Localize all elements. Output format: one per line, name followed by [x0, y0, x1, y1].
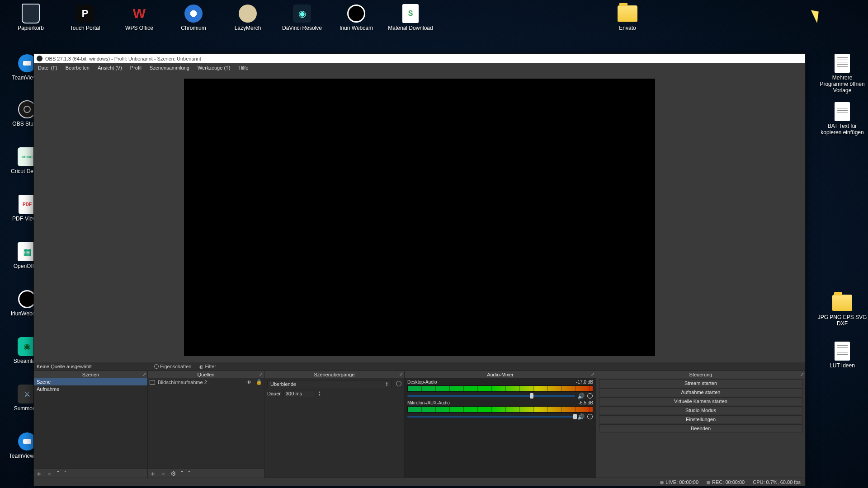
duration-label: Dauer [267, 391, 281, 396]
lock-icon[interactable]: 🔒 [256, 379, 262, 385]
channel-name: Mikrofon-/AUX-Audio [407, 400, 450, 405]
window-title: OBS 27.1.3 (64-bit, windows) - Profil: U… [45, 56, 201, 61]
start-stream-button[interactable]: Stream starten [599, 379, 802, 387]
popout-icon[interactable]: ⤢ [591, 372, 594, 377]
menu-profil[interactable]: Profil [126, 65, 146, 70]
app-icon: ◉ [292, 4, 312, 23]
filter-icon: ◐ [199, 364, 203, 369]
popout-icon[interactable]: ⤢ [142, 372, 146, 377]
dock-controls: Steuerung ⤢ Stream starten Aufnahme star… [596, 371, 805, 478]
menu-szenensammlung[interactable]: Szenensammlung [146, 65, 193, 70]
mixer-body: Desktop-Audio -17.0 dB 🔊 Mikrofon-/AUX-A… [405, 378, 596, 478]
mute-icon[interactable]: 🔊 [578, 393, 584, 399]
status-bar: LIVE: 00:00:00 REC: 00:00:00 CPU: 0.7%, … [34, 478, 805, 486]
channel-db: -6.5 dB [579, 400, 593, 405]
menu-werkzeuge[interactable]: Werkzeuge (T) [193, 65, 235, 70]
desktop-icon-iriun[interactable]: Iriun Webcam [334, 4, 379, 32]
remove-scene-button[interactable]: － [46, 470, 52, 477]
desktop-icon-chromium[interactable]: Chromium [171, 4, 216, 32]
scene-down-button[interactable]: ˅ [64, 470, 67, 477]
source-down-button[interactable]: ˅ [188, 470, 191, 477]
channel-settings-icon[interactable] [587, 413, 593, 420]
desktop-icon-papierkorb[interactable]: Papierkorb [8, 4, 53, 32]
dock-header-controls[interactable]: Steuerung ⤢ [596, 371, 805, 378]
volume-slider[interactable] [407, 416, 575, 418]
volume-slider[interactable] [407, 395, 575, 397]
settings-button[interactable]: Einstellungen [599, 415, 802, 423]
scene-item[interactable]: Aufnahme [34, 385, 147, 393]
source-item[interactable]: Bildschirmaufnahme 2 👁 🔒 [148, 378, 264, 386]
icon-label: DaVinci Resolve [282, 25, 322, 32]
slider-thumb[interactable] [530, 393, 533, 399]
dock-header-sources[interactable]: Quellen ⤢ [148, 371, 264, 378]
transition-selected: Überblende [270, 381, 296, 387]
browser-icon [184, 4, 203, 23]
status-cpu: CPU: 0.7%, 60.00 fps [753, 479, 801, 485]
window-titlebar[interactable]: OBS 27.1.3 (64-bit, windows) - Profil: U… [34, 54, 805, 63]
app-icon: P [75, 4, 95, 23]
mute-icon[interactable]: 🔊 [578, 413, 584, 420]
source-toolbar: Keine Quelle ausgewählt Eigenschaften ◐F… [34, 362, 805, 371]
popout-icon[interactable]: ⤢ [800, 372, 804, 377]
visibility-icon[interactable]: 👁 [246, 380, 251, 385]
spinner-icon[interactable]: ▲▼ [385, 381, 388, 387]
properties-button[interactable]: Eigenschaften [151, 364, 194, 369]
channel-settings-icon[interactable] [587, 393, 593, 399]
scene-up-button[interactable]: ˄ [57, 470, 60, 477]
preview-canvas[interactable] [184, 79, 655, 356]
sources-list: Bildschirmaufnahme 2 👁 🔒 [148, 378, 264, 469]
source-label: Bildschirmaufnahme 2 [158, 380, 207, 385]
transition-settings-button[interactable] [396, 381, 401, 386]
source-up-button[interactable]: ˄ [180, 470, 184, 477]
dock-header-scenes[interactable]: Szenen ⤢ [34, 371, 147, 378]
dock-scenes: Szenen ⤢ Szene Aufnahme ＋ － ˄ ˅ [34, 371, 148, 478]
menu-ansicht[interactable]: Ansicht (V) [94, 65, 126, 70]
filter-button[interactable]: ◐Filter [197, 364, 218, 369]
menu-bearbeiten[interactable]: Bearbeiten [61, 65, 94, 70]
dock-transitions: Szenenübergänge ⤢ Überblende ▲▼ Dauer ▲▼ [264, 371, 405, 478]
document-icon [832, 341, 852, 361]
exit-button[interactable]: Beenden [599, 424, 802, 432]
icon-label: WPS Office [125, 25, 153, 32]
popout-icon[interactable]: ⤢ [399, 372, 403, 377]
desktop-icon-jpg-folder[interactable]: JPG PNG EPS SVG DXF [817, 293, 867, 327]
live-dot-icon [660, 481, 664, 484]
slider-thumb[interactable] [573, 414, 577, 419]
obs-logo-icon [37, 56, 42, 61]
mouse-cursor-icon [811, 8, 823, 23]
icon-label: Envato [619, 25, 636, 32]
obs-window: OBS 27.1.3 (64-bit, windows) - Profil: U… [33, 53, 806, 486]
icon-label: BAT Text für kopieren einfügen [817, 123, 867, 136]
desktop-icon-lazymerch[interactable]: LazyMerch [225, 4, 270, 32]
scenes-footer: ＋ － ˄ ˅ [34, 469, 147, 478]
desktop-icon-davinci[interactable]: ◉DaVinci Resolve [279, 4, 325, 32]
popout-icon[interactable]: ⤢ [259, 372, 263, 377]
status-live-text: LIVE: 00:00:00 [665, 479, 698, 485]
start-virtualcam-button[interactable]: Virtuelle Kamera starten [599, 397, 802, 405]
preview-area[interactable] [34, 72, 805, 362]
controls-body: Stream starten Aufnahme starten Virtuell… [596, 378, 805, 478]
studio-mode-button[interactable]: Studio-Modus [599, 406, 802, 414]
desktop-icon-wps[interactable]: WWPS Office [117, 4, 162, 32]
add-scene-button[interactable]: ＋ [36, 470, 42, 477]
duration-input[interactable] [283, 390, 315, 397]
dock-header-mixer[interactable]: Audio-Mixer ⤢ [405, 371, 596, 378]
spinner-icon[interactable]: ▲▼ [318, 391, 321, 396]
desktop-icon-touch-portal[interactable]: PTouch Portal [62, 4, 108, 32]
dock-title: Szenen [82, 372, 99, 377]
transition-select[interactable]: Überblende ▲▼ [267, 380, 392, 388]
channel-name: Desktop-Audio [407, 380, 437, 385]
desktop-icon-bat[interactable]: BAT Text für kopieren einfügen [817, 102, 867, 136]
desktop-icon-lut[interactable]: LUT Ideen [817, 341, 867, 369]
start-recording-button[interactable]: Aufnahme starten [599, 388, 802, 396]
add-source-button[interactable]: ＋ [150, 470, 156, 477]
menu-datei[interactable]: Datei (F) [34, 65, 61, 70]
desktop-icon-material-download[interactable]: SMaterial Download [388, 4, 433, 32]
source-settings-button[interactable]: ⚙ [170, 470, 176, 477]
menu-hilfe[interactable]: Hilfe [234, 65, 252, 70]
remove-source-button[interactable]: － [160, 470, 166, 477]
desktop-icon-envato[interactable]: Envato [605, 4, 650, 32]
scene-item[interactable]: Szene [34, 378, 147, 385]
dock-header-transitions[interactable]: Szenenübergänge ⤢ [264, 371, 404, 378]
desktop-icon-vorlage[interactable]: Mehrere Programme öffnen Vorlage [817, 53, 867, 94]
